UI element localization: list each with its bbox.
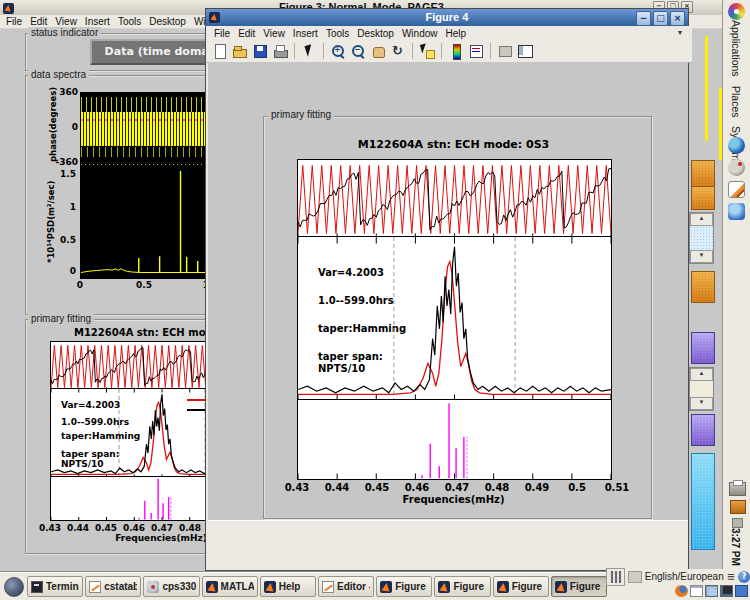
toolbar-separator (294, 43, 295, 59)
figure3-menu-desktop[interactable]: Desktop (145, 16, 190, 27)
graphics-app-icon[interactable] (728, 159, 745, 176)
firefox-icon[interactable] (675, 585, 688, 597)
chevron-down-icon[interactable]: ▾ (678, 28, 682, 37)
package-icon[interactable] (730, 500, 746, 514)
workspace-window-icon[interactable] (690, 585, 703, 597)
taskbar-item-figure-1[interactable]: Figure 1: ... (376, 576, 432, 597)
workspace-image-icon[interactable] (720, 585, 733, 597)
x-tick-label: 0.47 (148, 523, 176, 533)
annotation-span: taper span: (61, 449, 119, 459)
purple-uicontrol[interactable] (691, 414, 715, 446)
figure4-menu-file[interactable]: File (210, 28, 234, 39)
figure4-menubar: FileEditViewInsertToolsDesktopWindowHelp (206, 26, 692, 40)
open-folder-icon[interactable] (232, 43, 248, 59)
clock: 3:27 PM (730, 528, 741, 566)
taskbar-item-editor-d[interactable]: Editor - /d... (318, 576, 374, 597)
primary-fitting-label: primary fitting (268, 109, 334, 120)
taskbar-item-terminal[interactable]: Terminal (27, 576, 83, 597)
phase-ytick: -360 (54, 157, 78, 167)
toolbar-separator (441, 43, 442, 59)
figure3-menu-file[interactable]: File (2, 16, 26, 27)
help-globe-icon[interactable]: ? (738, 571, 750, 583)
data-cursor-icon[interactable] (419, 43, 435, 59)
x-tick-label: 0.43 (36, 523, 64, 533)
figure3-menu-insert[interactable]: Insert (81, 16, 114, 27)
keyboard-indicator-icon[interactable] (606, 568, 625, 586)
scroll-up-icon[interactable]: ▲ (690, 213, 713, 226)
taskbar-item-matlab[interactable]: MATLAB ... (202, 576, 258, 597)
minimize-icon[interactable]: − (636, 11, 651, 26)
taskbar-item-label: cstatab.c ... (104, 581, 137, 592)
matlab-icon (555, 581, 567, 593)
display-settings-icon[interactable] (728, 203, 745, 220)
save-icon[interactable] (252, 43, 268, 59)
zoom-in-icon[interactable]: + (330, 43, 346, 59)
figure3-menu-edit[interactable]: Edit (26, 16, 51, 27)
phase-baseline-dots (81, 164, 210, 165)
desktop: Figure 3: Normal_Mode_PAGE3 − □ × FileEd… (0, 0, 750, 600)
scrollbar[interactable]: ▲ ▼ (689, 212, 714, 264)
cyan-uicontrol[interactable] (691, 453, 715, 550)
x-tick-label: 0.46 (397, 482, 437, 493)
menu-list-icon[interactable]: ≡ (727, 571, 735, 583)
taskbar-item-figure-4[interactable]: Figure 4 (551, 576, 607, 597)
figure4-menu-tools[interactable]: Tools (322, 28, 353, 39)
scrollbar-track[interactable] (690, 381, 713, 397)
scrollbar-track[interactable] (690, 226, 713, 250)
print-icon[interactable] (272, 43, 288, 59)
distro-menu-icon[interactable] (728, 3, 745, 20)
figure4-menu-insert[interactable]: Insert (289, 28, 322, 39)
figure4-titlebar[interactable]: Figure 4 − □ × (206, 9, 688, 26)
taskbar-item-help[interactable]: Help (260, 576, 316, 597)
web-browser-icon[interactable] (728, 137, 745, 154)
matlab-icon (264, 581, 276, 593)
show-desktop-icon[interactable] (4, 577, 24, 597)
pan-hand-icon[interactable] (370, 43, 386, 59)
insert-legend-icon[interactable] (468, 43, 484, 59)
yellow-uicontrol-edge (705, 36, 708, 141)
edit-arrow-icon[interactable] (301, 43, 317, 59)
figure3-menu-view[interactable]: View (51, 16, 81, 27)
printer-icon[interactable] (729, 482, 746, 496)
scrollbar[interactable]: ▲ ▼ (689, 367, 714, 411)
figure4-menu-window[interactable]: Window (398, 28, 442, 39)
scroll-down-icon[interactable]: ▼ (690, 250, 713, 263)
zoom-out-icon[interactable]: − (350, 43, 366, 59)
workspace-active-icon[interactable] (705, 585, 718, 597)
maximize-icon[interactable]: □ (653, 11, 668, 26)
taskbar-item-cps330o[interactable]: cps330o.... (143, 576, 199, 597)
workspace-blue-icon[interactable] (735, 585, 748, 597)
editor-icon (89, 581, 101, 593)
figure4-menu-edit[interactable]: Edit (234, 28, 259, 39)
panel-menu-applications[interactable]: Applications (730, 20, 742, 77)
purple-uicontrol[interactable] (691, 332, 715, 364)
figure4-menu-view[interactable]: View (259, 28, 289, 39)
close-icon[interactable]: × (670, 11, 685, 26)
files-icon[interactable] (732, 518, 743, 528)
figure4-toolbar: +− (206, 40, 692, 63)
x-axis-label: Frequencies(mHz) (297, 494, 610, 505)
new-document-icon[interactable] (212, 43, 228, 59)
x-axis-ticks: 0.430.440.450.460.470.480.490.50.51 (277, 482, 630, 493)
orange-uicontrol[interactable] (691, 271, 715, 303)
phase-trace-sparse (81, 97, 210, 112)
figure4-menu-desktop[interactable]: Desktop (353, 28, 398, 39)
taskbar-item-cstatab-c[interactable]: cstatab.c ... (85, 576, 141, 597)
panel-menu-places[interactable]: Places (730, 86, 742, 118)
taskbar-item-figure-2[interactable]: Figure 2: ... (434, 576, 490, 597)
orange-uicontrol[interactable] (691, 160, 715, 187)
rotate-3d-icon[interactable] (390, 43, 406, 59)
app-icon (147, 581, 159, 593)
hide-plot-tools-icon[interactable] (497, 43, 513, 59)
figure4-menu-help[interactable]: Help (442, 28, 471, 39)
figure3-menu-tools[interactable]: Tools (114, 16, 145, 27)
x-tick-label: 0.46 (120, 523, 148, 533)
orange-uicontrol[interactable] (691, 186, 715, 210)
scroll-up-icon[interactable]: ▲ (690, 368, 713, 381)
show-plot-tools-icon[interactable] (517, 43, 533, 59)
phase-trace-lower (81, 147, 210, 157)
taskbar-item-figure-3[interactable]: Figure 3: ... (493, 576, 549, 597)
scroll-down-icon[interactable]: ▼ (690, 397, 713, 410)
insert-colorbar-icon[interactable] (448, 43, 464, 59)
text-editor-icon[interactable] (728, 181, 745, 198)
